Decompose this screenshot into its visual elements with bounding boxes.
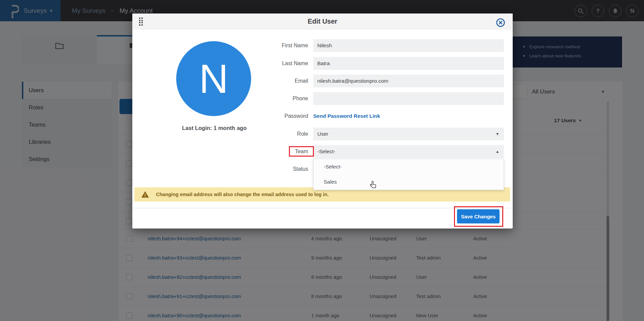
team-dropdown-panel: -Select-Sales [313, 159, 504, 190]
phone-label: Phone [244, 92, 308, 105]
svg-text:!: ! [144, 193, 146, 198]
email-field[interactable] [313, 75, 504, 87]
last-name-field[interactable] [313, 57, 504, 70]
send-password-reset-link[interactable]: Send Password Reset Link [313, 110, 380, 123]
first-name-label: First Name [244, 39, 308, 52]
email-label: Email [244, 75, 308, 87]
mouse-cursor-pointer [369, 180, 378, 190]
option-label: -Select- [324, 164, 342, 169]
chevron-down-icon: ▾ [496, 128, 499, 140]
avatar-initial: N [199, 55, 229, 102]
warning-text: Changing email address will also change … [156, 187, 329, 202]
modal-title: Edit User [132, 14, 513, 29]
app-root: Surveys ▾ My Surveys > My Account ? N Su… [0, 0, 644, 321]
team-select-value: -Select- [317, 149, 335, 154]
save-button-annotation-highlight [454, 206, 503, 227]
role-select[interactable]: User ▾ [313, 128, 504, 140]
last-login-text: Last Login: 1 month ago [177, 125, 251, 131]
warning-icon: ! [141, 191, 149, 198]
team-dropdown-option[interactable]: Sales [314, 174, 504, 189]
user-avatar: N [176, 41, 251, 116]
status-label: Status [244, 163, 308, 176]
password-label: Password [244, 110, 308, 123]
first-name-field[interactable] [313, 39, 504, 52]
last-name-label: Last Name [244, 57, 308, 70]
phone-field[interactable] [313, 92, 504, 105]
drag-handle-icon[interactable] [139, 18, 143, 25]
edit-user-modal: Edit User N Last Login: 1 month ago Firs… [132, 14, 513, 229]
close-icon[interactable] [496, 18, 505, 27]
role-label: Role [244, 128, 308, 140]
option-label: Sales [324, 179, 337, 185]
role-select-value: User [317, 131, 328, 137]
chevron-up-icon: ▴ [496, 145, 499, 158]
team-label-annotation-highlight [289, 146, 314, 157]
team-select[interactable]: -Select- ▴ [313, 145, 504, 158]
team-dropdown-option[interactable]: -Select- [314, 159, 504, 174]
